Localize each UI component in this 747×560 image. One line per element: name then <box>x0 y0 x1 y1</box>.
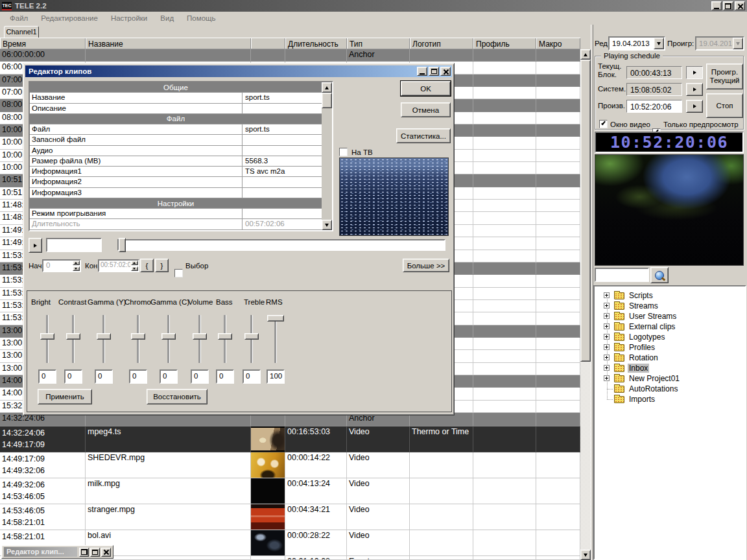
column-header-4[interactable]: Тип <box>347 38 410 49</box>
slider-value-2[interactable]: 0 <box>95 369 113 384</box>
expand-icon[interactable] <box>604 355 610 360</box>
scrollbar-thumb[interactable] <box>322 93 332 108</box>
property-value[interactable] <box>242 188 322 198</box>
ok-button[interactable]: OK <box>401 81 451 96</box>
property-value[interactable]: 00:57:02:06 <box>242 219 322 229</box>
on-tv-checkbox[interactable] <box>339 148 348 156</box>
expand-icon[interactable] <box>604 365 610 371</box>
tree-item-new-project01[interactable]: New Project01 <box>595 373 745 384</box>
slider-thumb-8[interactable] <box>267 315 284 321</box>
slider-value-0[interactable]: 0 <box>38 369 56 384</box>
expand-icon[interactable] <box>604 375 610 381</box>
property-value[interactable]: 5568.3 <box>242 156 322 166</box>
more-button[interactable]: Больше >> <box>403 259 449 272</box>
slider-value-8[interactable]: 100 <box>267 369 285 384</box>
tree-search-input[interactable] <box>595 268 649 282</box>
property-value[interactable] <box>242 104 322 113</box>
stop-button[interactable]: Стоп <box>706 93 743 118</box>
schedule-play-button-2[interactable] <box>686 100 703 113</box>
minimize-button[interactable] <box>711 1 722 10</box>
spin-buttons[interactable] <box>72 261 80 271</box>
seek-time-input[interactable] <box>46 238 102 252</box>
expand-icon[interactable] <box>604 344 610 350</box>
video-window-checkbox[interactable] <box>599 120 608 128</box>
slider-thumb-1[interactable] <box>66 333 80 340</box>
slider-thumb-6[interactable] <box>218 333 232 340</box>
start-spinner[interactable]: 0 <box>42 259 81 272</box>
slider-value-5[interactable]: 0 <box>191 369 209 384</box>
spin-buttons[interactable] <box>130 261 138 271</box>
edit-date-dropdown-button[interactable] <box>654 38 664 49</box>
menu-item-view[interactable]: Вид <box>154 13 180 23</box>
column-header-2[interactable] <box>251 38 285 49</box>
end-spinner[interactable]: 00:57:02:06 <box>98 259 139 272</box>
property-row[interactable]: Размер файла (MB)5568.3 <box>30 156 322 167</box>
dialog-minimize-button[interactable] <box>417 67 427 76</box>
property-row[interactable]: Аудио <box>30 146 322 156</box>
property-row[interactable]: Запасной файл <box>30 135 322 145</box>
property-value[interactable]: sport.ts <box>242 93 322 102</box>
slider-thumb-3[interactable] <box>131 333 145 340</box>
tree-item-profiles[interactable]: Profiles <box>595 342 745 353</box>
property-value[interactable] <box>242 209 322 218</box>
minimized-close-button[interactable] <box>101 548 111 557</box>
schedule-row[interactable]: 06:00:00:00Anchor <box>0 49 580 62</box>
property-row[interactable]: Названиеsport.ts <box>30 93 322 103</box>
dialog-close-button[interactable] <box>440 67 451 76</box>
column-header-0[interactable]: Время <box>0 38 86 49</box>
clip-row-milk.mpg[interactable]: 14:49:32:0614:53:46:05milk.mpg00:04:13:2… <box>0 478 580 504</box>
column-header-7[interactable]: Макро <box>536 38 580 49</box>
schedule-play-button-0[interactable] <box>686 66 703 79</box>
minimized-restore-button[interactable] <box>79 548 89 557</box>
property-value[interactable] <box>242 135 322 145</box>
tree-item-logotypes[interactable]: Logotypes <box>595 332 745 342</box>
property-row[interactable]: Файлsport.ts <box>30 124 322 135</box>
schedule-time-2[interactable]: 10:52:20:06 <box>626 100 682 113</box>
slider-thumb-2[interactable] <box>97 333 111 340</box>
clip-row-mpeg4.ts[interactable]: 14:32:24:0614:49:17:09mpeg4.ts00:16:53:0… <box>0 426 580 452</box>
slider-track-8[interactable] <box>274 315 277 363</box>
tree-item-external-clips[interactable]: External clips <box>595 321 745 332</box>
clip-row-stranger.mpg[interactable]: 14:53:46:0514:58:21:01stranger.mpg00:04:… <box>0 504 580 530</box>
property-row[interactable]: Описание <box>30 104 322 114</box>
column-header-1[interactable]: Название <box>86 38 251 49</box>
expand-icon[interactable] <box>604 313 610 319</box>
play-current-button[interactable]: Проигр. Текущий <box>706 64 743 89</box>
column-header-6[interactable]: Профиль <box>473 38 536 49</box>
property-row[interactable]: Режим проигрывания <box>30 209 322 219</box>
expand-icon[interactable] <box>604 292 610 298</box>
seek-slider-track[interactable] <box>117 239 445 251</box>
scroll-down-button[interactable] <box>580 550 591 560</box>
property-value[interactable] <box>242 146 322 156</box>
scrollbar-thumb[interactable] <box>580 60 591 362</box>
select-checkbox[interactable] <box>174 269 183 277</box>
property-value[interactable]: TS avc m2a <box>242 167 322 176</box>
cancel-button[interactable]: Отмена <box>401 102 451 117</box>
tree-item-inbox[interactable]: Inbox <box>595 363 745 373</box>
clip-row-SHEDEVR.mpg[interactable]: 14:49:17:0914:49:32:06SHEDEVR.mpg00:00:1… <box>0 452 580 478</box>
tree-item-streams[interactable]: Streams <box>595 301 745 311</box>
tree-item-imports[interactable]: Imports <box>595 394 745 404</box>
slider-value-4[interactable]: 0 <box>160 369 178 384</box>
apply-button[interactable]: Применить <box>38 389 92 404</box>
dialog-maximize-button[interactable] <box>429 67 439 76</box>
tree-item-user-streams[interactable]: User Streams <box>595 311 745 321</box>
menu-item-help[interactable]: Помощь <box>181 13 221 23</box>
property-value[interactable]: sport.ts <box>242 124 322 134</box>
statistics-button[interactable]: Статистика... <box>396 128 451 143</box>
property-value[interactable] <box>242 177 322 187</box>
property-row[interactable]: Информация3 <box>30 188 322 198</box>
slider-value-3[interactable]: 0 <box>129 369 147 384</box>
tree-item-rotation[interactable]: Rotation <box>595 353 745 363</box>
tree-item-scripts[interactable]: Scripts <box>595 290 745 301</box>
close-button[interactable] <box>735 1 745 10</box>
minimized-window-bar[interactable]: Редактор клип... <box>1 545 113 559</box>
mark-in-button[interactable]: { <box>140 259 154 272</box>
slider-thumb-4[interactable] <box>161 333 176 340</box>
scroll-up-button[interactable] <box>580 49 591 60</box>
preview-play-button[interactable] <box>29 238 42 253</box>
slider-thumb-0[interactable] <box>40 333 54 340</box>
expand-icon[interactable] <box>604 334 610 340</box>
dialog-titlebar[interactable]: Редактор клипов <box>25 65 452 77</box>
edit-date-combobox[interactable]: 19.04.2013 <box>608 36 665 51</box>
